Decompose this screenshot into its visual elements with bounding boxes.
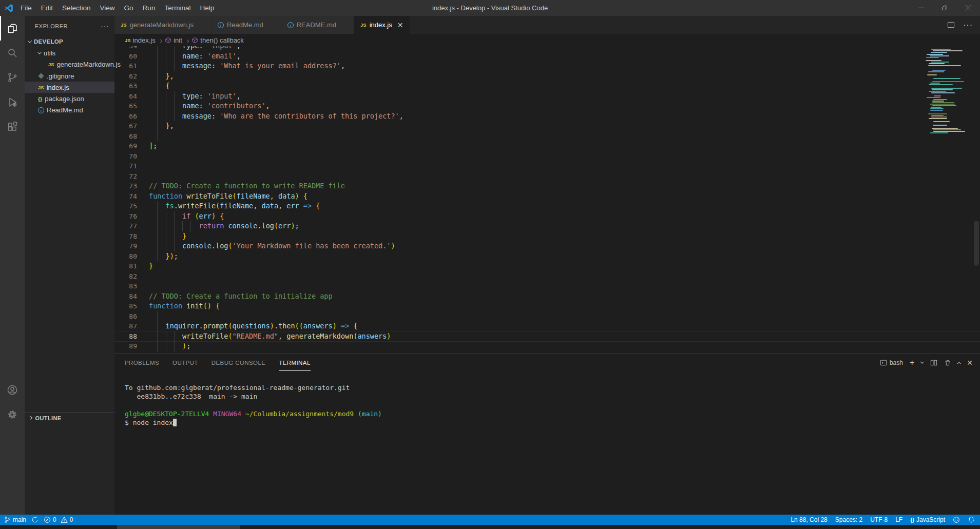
code-editor[interactable]: 59 type: 'input',60 name: 'email',61 mes… [114, 46, 980, 354]
tab-readme-md[interactable]: iREADME.md✕ [281, 16, 354, 34]
split-editor-icon[interactable] [947, 21, 955, 29]
code-line-80[interactable]: 80 }); [114, 251, 980, 262]
accounts-icon[interactable] [0, 378, 25, 402]
tab-readme-md[interactable]: iReadMe.md✕ [212, 16, 281, 34]
code-line-62[interactable]: 62 }, [114, 71, 980, 82]
code-line-76[interactable]: 76 if (err) { [114, 211, 980, 222]
cursor-position-item[interactable]: Ln 88, Col 28 [791, 516, 827, 523]
code-line-70[interactable]: 70 [114, 151, 980, 162]
breadcrumb-item-2[interactable]: then() callback [191, 36, 244, 44]
menu-help[interactable]: Help [195, 0, 219, 16]
panel-tab-problems[interactable]: PROBLEMS [125, 354, 159, 371]
menu-file[interactable]: File [16, 0, 36, 16]
code-line-71[interactable]: 71 [114, 161, 980, 171]
menu-terminal[interactable]: Terminal [160, 0, 195, 16]
restore-button[interactable] [933, 0, 956, 16]
tab-generatemarkdown-js[interactable]: JSgenerateMarkdown.js✕ [114, 16, 212, 34]
code-line-59[interactable]: 59 type: 'input', [114, 46, 980, 51]
code-line-85[interactable]: 85function init() { [114, 301, 980, 311]
panel-actions: bash + ✕ [880, 358, 980, 367]
menu-edit[interactable]: Edit [36, 0, 57, 16]
terminal-dropdown-icon[interactable] [920, 360, 924, 363]
search-icon[interactable] [0, 41, 25, 65]
minimize-button[interactable] [909, 0, 933, 16]
encoding-item[interactable]: UTF-8 [870, 516, 888, 523]
code-line-87[interactable]: 87 inquirer.prompt(questions).then((answ… [114, 321, 980, 331]
eol-item[interactable]: LF [895, 516, 902, 523]
editor-more-actions-icon[interactable]: ··· [963, 21, 973, 30]
code-line-83[interactable]: 83 [114, 281, 980, 291]
code-line-81[interactable]: 81} [114, 261, 980, 271]
feedback-item[interactable] [953, 516, 960, 523]
minimap[interactable] [924, 46, 973, 134]
code-line-84[interactable]: 84// TODO: Create a function to initiali… [114, 291, 980, 302]
sidebar-item-utils[interactable]: utils [25, 47, 114, 58]
menu-go[interactable]: Go [120, 0, 138, 16]
sidebar-item-generatemarkdown-js[interactable]: JSgenerateMarkdown.js [25, 59, 114, 70]
terminal-output[interactable]: To github.com:glgberat/professional-read… [114, 371, 980, 515]
breadcrumb-item-1[interactable]: init [165, 36, 182, 44]
code-line-75[interactable]: 75 fs.writeFile(fileName, data, err => { [114, 201, 980, 211]
code-line-78[interactable]: 78 } [114, 231, 980, 242]
code-line-64[interactable]: 64 type: 'input', [114, 91, 980, 102]
menu-run[interactable]: Run [138, 0, 160, 16]
terminal-icon [880, 359, 887, 366]
terminal-shell-selector[interactable]: bash [880, 359, 903, 366]
extensions-icon[interactable] [0, 114, 25, 139]
sidebar-item-readme-md[interactable]: iReadMe.md [25, 105, 114, 116]
settings-gear-icon[interactable] [0, 402, 25, 427]
close-panel-icon[interactable]: ✕ [967, 359, 973, 367]
indent-guide [166, 331, 166, 342]
sidebar-header-label: EXPLORER [35, 23, 68, 29]
line-number: 86 [114, 311, 137, 322]
sync-changes-item[interactable] [31, 516, 39, 523]
menu-view[interactable]: View [95, 0, 120, 16]
indent-guide [157, 231, 158, 242]
sidebar-item-package-json[interactable]: {}package.json [25, 93, 114, 104]
breadcrumb-item-0[interactable]: JSindex.js [125, 36, 156, 44]
code-line-74[interactable]: 74function writeToFile(fileName, data) { [114, 191, 980, 202]
new-terminal-icon[interactable]: + [910, 358, 914, 367]
explorer-icon[interactable] [0, 16, 25, 41]
code-line-68[interactable]: 68 [114, 131, 980, 142]
code-line-72[interactable]: 72 [114, 171, 980, 182]
source-control-icon[interactable] [0, 65, 25, 90]
panel-tab-output[interactable]: OUTPUT [172, 354, 198, 371]
code-line-66[interactable]: 66 message: 'Who are the contributors of… [114, 111, 980, 122]
sidebar-item--gitignore[interactable]: .gitignore [25, 70, 114, 82]
close-tab-icon[interactable]: ✕ [395, 20, 406, 30]
language-mode-item[interactable]: {} JavaScript [910, 516, 945, 523]
tab-index-js[interactable]: JSindex.js✕ [354, 16, 410, 34]
code-line-60[interactable]: 60 name: 'email', [114, 51, 980, 62]
git-branch-item[interactable]: main [4, 516, 26, 523]
problems-item[interactable]: 0 0 [44, 516, 73, 523]
run-debug-icon[interactable] [0, 90, 25, 114]
code-line-67[interactable]: 67 }, [114, 121, 980, 131]
line-number: 63 [114, 81, 137, 91]
outline-section[interactable]: OUTLINE [25, 412, 114, 423]
notifications-item[interactable] [968, 516, 975, 523]
split-terminal-icon[interactable] [930, 359, 937, 366]
code-line-88[interactable]: 88 writeToFile("README.md", generateMark… [114, 331, 980, 342]
code-line-77[interactable]: 77 return console.log(err); [114, 221, 980, 231]
tree-root-develop[interactable]: DEVELOP [25, 36, 114, 47]
code-line-65[interactable]: 65 name: 'contributors', [114, 101, 980, 111]
code-line-69[interactable]: 69]; [114, 141, 980, 151]
sidebar-item-index-js[interactable]: JSindex.js [25, 82, 114, 93]
explorer-more-actions-icon[interactable]: ··· [101, 22, 109, 30]
code-line-61[interactable]: 61 message: 'What is your email address?… [114, 61, 980, 71]
menu-selection[interactable]: Selection [57, 0, 95, 16]
close-window-button[interactable] [956, 0, 980, 16]
editor-scrollbar[interactable] [974, 221, 979, 266]
code-line-89[interactable]: 89 ); [114, 341, 980, 351]
panel-tab-terminal[interactable]: TERMINAL [279, 354, 310, 371]
code-line-86[interactable]: 86 [114, 311, 980, 322]
indentation-item[interactable]: Spaces: 2 [835, 516, 862, 523]
kill-terminal-trash-icon[interactable] [944, 359, 951, 366]
code-line-79[interactable]: 79 console.log('Your Markdown file has b… [114, 241, 980, 251]
maximize-panel-icon[interactable] [957, 362, 960, 365]
code-line-82[interactable]: 82 [114, 271, 980, 282]
code-line-63[interactable]: 63 { [114, 81, 980, 91]
panel-tab-debug-console[interactable]: DEBUG CONSOLE [212, 354, 266, 371]
code-line-73[interactable]: 73// TODO: Create a function to write RE… [114, 181, 980, 191]
